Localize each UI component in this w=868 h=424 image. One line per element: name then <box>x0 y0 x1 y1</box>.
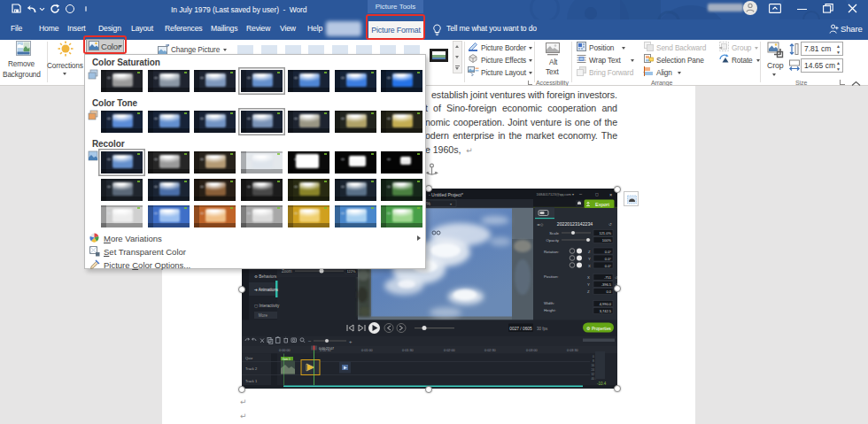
svg-text:0:02:00: 0:02:00 <box>444 349 455 352</box>
svg-text:0.0°: 0.0° <box>605 250 612 254</box>
svg-text:Export: Export <box>595 202 609 207</box>
svg-text:-396.5: -396.5 <box>601 282 612 287</box>
svg-text:Quiz: Quiz <box>245 356 252 360</box>
svg-text:0.0°: 0.0° <box>605 264 612 268</box>
svg-text:0:01:00: 0:01:00 <box>361 349 373 352</box>
svg-text:Z: Z <box>588 250 591 254</box>
svg-text:20220123142234: 20220123142234 <box>557 221 593 227</box>
svg-text:-751: -751 <box>604 275 612 280</box>
svg-text:X: X <box>587 275 590 280</box>
svg-text:Position:: Position: <box>544 274 558 279</box>
svg-text:Z: Z <box>587 289 590 294</box>
svg-text:0:01:30: 0:01:30 <box>402 349 414 352</box>
svg-text:Zoom: Zoom <box>282 269 292 274</box>
svg-text:Track 2: Track 2 <box>245 366 258 371</box>
svg-text:More: More <box>259 313 268 318</box>
svg-text:4,990.0: 4,990.0 <box>600 302 612 306</box>
svg-text:3,742.5: 3,742.5 <box>600 309 612 313</box>
svg-text:0:03:00: 0:03:00 <box>526 349 538 352</box>
svg-text:+: + <box>349 339 353 344</box>
svg-text:◂▸⎙: ◂▸⎙ <box>537 222 544 227</box>
svg-text:Height:: Height: <box>544 308 556 312</box>
svg-text:◻: ◻ <box>595 192 599 197</box>
svg-text:30 fps: 30 fps <box>537 327 548 331</box>
svg-text:Track 1: Track 1 <box>245 379 258 383</box>
svg-text:⚙ Properties: ⚙ Properties <box>586 327 611 331</box>
svg-text:➔ Animations: ➔ Animations <box>254 288 279 292</box>
svg-text:Y: Y <box>588 257 591 261</box>
svg-text:⚙ Behaviors: ⚙ Behaviors <box>254 274 277 279</box>
svg-text:Scale: Scale <box>549 231 559 235</box>
svg-text:0:02:30: 0:02:30 <box>484 349 496 352</box>
svg-text:0027 / 0605: 0027 / 0605 <box>509 327 532 331</box>
svg-text:0:00:27:07: 0:00:27:07 <box>319 347 334 351</box>
svg-text:0.0°: 0.0° <box>605 257 612 261</box>
svg-text:0.0: 0.0 <box>606 289 611 294</box>
svg-text:×: × <box>609 192 612 197</box>
svg-text:0:00:00: 0:00:00 <box>279 349 291 352</box>
svg-text:Width:: Width: <box>544 301 554 305</box>
svg-text:↺: ↺ <box>615 275 617 280</box>
svg-text:▾: ▾ <box>450 202 452 206</box>
svg-text:Opacity: Opacity <box>546 238 559 243</box>
svg-text:1684017123@qq.com ▾: 1684017123@qq.com ▾ <box>536 192 574 197</box>
svg-text:122%: 122% <box>346 269 356 274</box>
svg-text:121.0%: 121.0% <box>599 231 611 235</box>
svg-text:↺: ↺ <box>608 222 612 227</box>
svg-text:- Untitled Project*: - Untitled Project* <box>429 192 463 197</box>
svg-text:▢ Interactivity: ▢ Interactivity <box>254 304 280 308</box>
svg-text:Rotation:: Rotation: <box>544 250 559 254</box>
svg-text:Y: Y <box>587 282 590 287</box>
svg-text:X: X <box>588 264 591 268</box>
svg-text:100%: 100% <box>602 238 612 243</box>
svg-text:0:03:30: 0:03:30 <box>567 349 578 352</box>
